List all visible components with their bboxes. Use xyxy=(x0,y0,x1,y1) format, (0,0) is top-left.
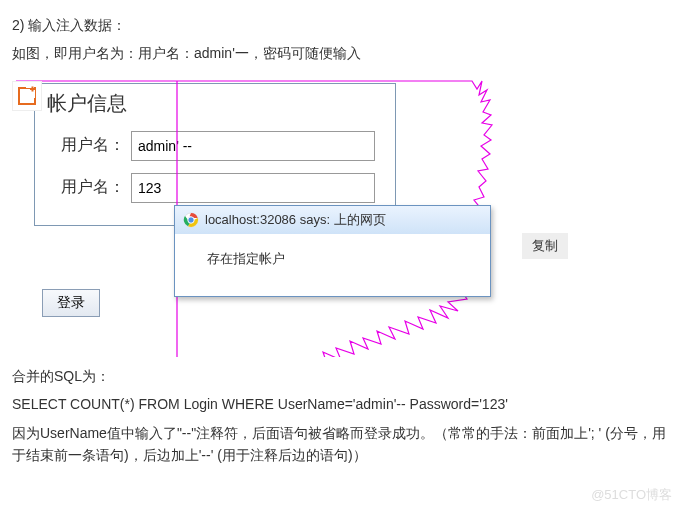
sql-statement: SELECT COUNT(*) FROM Login WHERE UserNam… xyxy=(12,393,672,415)
intro-line-1: 2) 输入注入数据： xyxy=(12,14,672,36)
field-row: 用户名： xyxy=(35,167,395,209)
password-field[interactable] xyxy=(131,173,375,203)
dialog-body: 存在指定帐户 xyxy=(175,234,490,296)
after-line-1: 合并的SQL为： xyxy=(12,365,672,387)
copy-button[interactable]: 复制 xyxy=(522,233,568,259)
username-field[interactable] xyxy=(131,131,375,161)
dialog-titlebar: localhost:32086 says: 上的网页 xyxy=(175,206,490,234)
field-label: 用户名： xyxy=(47,177,125,198)
screenshot-figure: 帐户信息 用户名： 用户名： 登录 xyxy=(12,77,497,357)
after-line-2: 因为UserName值中输入了"--"注释符，后面语句被省略而登录成功。（常常的… xyxy=(12,422,672,467)
alert-dialog: localhost:32086 says: 上的网页 存在指定帐户 xyxy=(174,205,491,297)
login-button-wrap: 登录 xyxy=(42,289,100,317)
intro-line-2: 如图，即用户名为：用户名：admin'一，密码可随便输入 xyxy=(12,42,672,64)
field-row: 用户名： xyxy=(35,125,395,167)
figure-wrap: 帐户信息 用户名： 用户名： 登录 xyxy=(12,77,672,357)
dialog-title: localhost:32086 says: 上的网页 xyxy=(205,211,386,229)
chrome-icon xyxy=(183,212,199,228)
field-label: 用户名： xyxy=(47,135,125,156)
corner-badge xyxy=(12,81,42,111)
login-button[interactable]: 登录 xyxy=(42,289,100,317)
panel-title: 帐户信息 xyxy=(35,84,395,125)
